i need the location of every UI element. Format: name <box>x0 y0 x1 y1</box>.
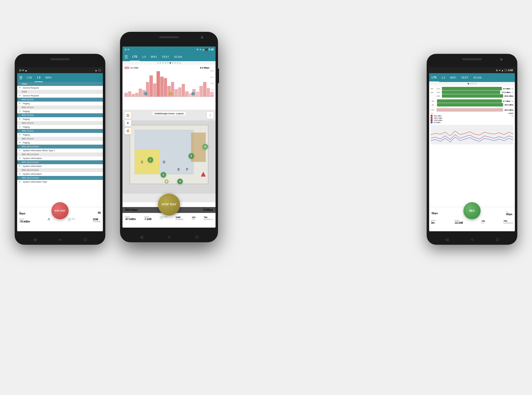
center-pci-label: PCI <box>192 219 195 220</box>
dot-1[interactable] <box>160 62 161 64</box>
left-nav-tabs[interactable]: ☰ LTE L3 WIFI <box>17 73 103 82</box>
left-tab-lte[interactable]: LTE <box>24 73 35 82</box>
right-tab-scan[interactable]: SCAN <box>471 73 484 82</box>
bar-18 <box>185 91 189 97</box>
right-square-btn[interactable]: □ <box>496 237 499 242</box>
right-graph-area: -80 -90 -99 -110 <box>431 125 513 144</box>
signal-num-right-1: 29 <box>511 88 513 90</box>
dot-2[interactable] <box>162 62 164 64</box>
dot-9[interactable] <box>179 62 181 64</box>
center-pci-value: 131 <box>192 216 195 219</box>
dot-6[interactable] <box>172 62 173 64</box>
center-tab-wifi[interactable]: WIFI <box>148 52 159 61</box>
svg-text:E: E <box>178 167 180 171</box>
center-side-button[interactable] <box>218 69 219 83</box>
center-dots-nav <box>122 61 216 65</box>
stop-test-button[interactable]: STOP TEST <box>158 194 180 216</box>
center-tab-lte[interactable]: LTE <box>130 52 140 61</box>
signal-bar-3 <box>442 94 503 98</box>
map-target-btn[interactable]: ✦ <box>124 120 131 127</box>
center-phone: ☰ ✉ ⚙ ✦ ▲ ⬛ 5:48 ☰ LTE L3 WIFI TEST SCAN <box>120 32 218 242</box>
map-toolbar[interactable]: 🏠 ✦ 🔥 <box>124 112 131 134</box>
signal-bar-4 <box>437 99 502 103</box>
center-back-btn[interactable]: ◁ <box>140 235 143 239</box>
bar-15 <box>174 89 178 97</box>
center-pci-group: 131 PCI <box>192 216 195 221</box>
signal-value-1: 3.0 dBm <box>503 88 510 90</box>
chart-y-axis: 16.0 12.0 8.0 4.0 0.0 <box>210 70 214 97</box>
center-lte-label: LTE <box>160 218 168 220</box>
left-freq-label: 1800 MHz <box>68 218 75 220</box>
signal-label-1: wer <box>431 88 435 90</box>
right-bottom-main: 0bps REC UL 0bps <box>429 207 515 219</box>
right-home-btn[interactable]: ○ <box>471 237 473 242</box>
l3-message-list: EMM Service Request EMM Service Request … <box>17 82 103 214</box>
right-ul-label: UL <box>506 211 512 213</box>
map-flame-btn[interactable]: 🔥 <box>124 128 131 134</box>
left-home-btn[interactable]: ○ <box>59 237 61 242</box>
bar-22 <box>199 86 203 97</box>
rsrp-item-4: -9.9 dBm <box>431 121 513 123</box>
right-nav-tabs[interactable]: LTE L3 WIFI TEST SCAN <box>429 73 515 82</box>
y-axis-4: 4.0 <box>210 89 214 91</box>
dot-4[interactable] <box>167 62 169 64</box>
center-tab-scan[interactable]: SCAN <box>172 52 185 61</box>
left-back-btn[interactable]: ◁ <box>33 237 36 242</box>
center-tab-l3[interactable]: L3 <box>140 52 148 61</box>
dot-8[interactable] <box>177 62 178 64</box>
right-dot-0[interactable] <box>468 83 469 84</box>
right-signal-panel: wer -112 3.0 dBm 29 wer -112 -17.0 dBm 2… <box>429 85 515 174</box>
l3-item-emm2: EMM <box>17 90 103 94</box>
rsrp-num-1: -50 <box>511 115 513 117</box>
center-channel-group: 1598 CHANNEL <box>176 216 184 221</box>
right-tab-lte[interactable]: LTE <box>429 73 439 82</box>
dot-0[interactable] <box>157 62 159 64</box>
dot-7[interactable] <box>174 62 176 64</box>
l3-item-bcch4: RRC BCCH:SCH <box>17 168 103 172</box>
right-tab-l3[interactable]: L3 <box>439 73 447 82</box>
rsrp-value-4: -9.9 dBm <box>434 122 440 123</box>
divider-2 <box>431 107 513 107</box>
left-hamburger-icon[interactable]: ☰ <box>17 75 24 80</box>
center-tab-test[interactable]: TEST <box>159 52 172 61</box>
left-lte-label: LTE <box>68 220 75 221</box>
center-home-btn[interactable]: ○ <box>168 235 170 239</box>
center-freq-label: 1800 MHz <box>160 216 168 218</box>
left-square-btn[interactable]: □ <box>84 237 87 242</box>
map-home-btn[interactable]: 🏠 <box>124 112 131 119</box>
rsrp-color-4 <box>431 121 433 123</box>
l3-item-paging1: Paging <box>17 102 103 105</box>
left-dl-value: 0bps <box>19 212 25 215</box>
signal-num-right-4: 30 <box>511 100 513 102</box>
right-back-btn[interactable]: ◁ <box>445 237 448 242</box>
center-nav-tabs[interactable]: ☰ LTE L3 WIFI TEST SCAN <box>122 52 216 61</box>
signal-num-1: -112 <box>436 88 441 90</box>
right-dot-1[interactable] <box>470 83 472 84</box>
right-dot-3[interactable] <box>475 83 476 84</box>
right-tab-test[interactable]: TEST <box>459 73 471 82</box>
map-settings-icon[interactable]: ⋮ <box>207 112 214 119</box>
center-phone-camera <box>201 36 203 39</box>
center-enodeb-label: ENODEB ID <box>204 219 213 220</box>
chart-menu-icon[interactable]: ⋮ <box>211 67 214 69</box>
left-ul-value: 0b <box>98 211 101 214</box>
dot-3[interactable] <box>165 62 166 64</box>
left-tab-wifi[interactable]: WIFI <box>43 73 54 82</box>
map-settings-btn[interactable]: ⋮ <box>207 112 214 119</box>
run-test-button[interactable]: RUN TEST <box>51 202 69 219</box>
left-channel: 1598 CHANNEL <box>93 218 101 223</box>
center-bottom-bar: DL 208.5 kbps STOP TEST UL 8.5Mbps RSRP … <box>122 202 216 228</box>
right-tab-wifi[interactable]: WIFI <box>447 73 459 82</box>
bar-8 <box>149 75 153 97</box>
rsrp-value-3: -100.8 dBm <box>434 119 442 121</box>
right-dot-2[interactable] <box>472 83 474 84</box>
right-channel-group: 131 PCI <box>481 220 485 224</box>
dot-5[interactable] <box>169 62 171 64</box>
left-tab-l3[interactable]: L3 <box>35 73 43 82</box>
center-square-btn[interactable]: □ <box>196 235 198 239</box>
center-hamburger-icon[interactable]: ☰ <box>122 55 130 59</box>
rec-button[interactable]: REC <box>463 202 481 219</box>
right-ul-value: 0bps <box>506 213 512 216</box>
map-title: OuluEnergia Arena - Layout <box>153 112 186 115</box>
center-enodeb-group: 754 ENODEB ID <box>204 216 213 221</box>
